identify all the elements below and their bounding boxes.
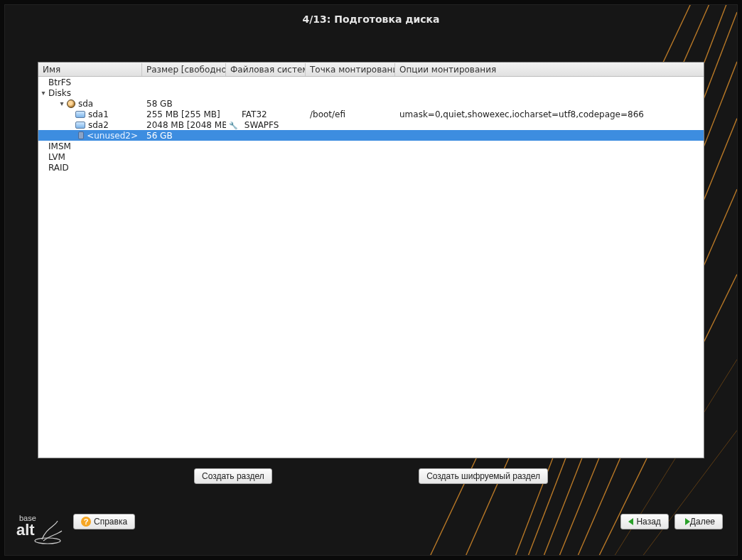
tree-node-btrfs[interactable]: BtrFS <box>38 77 704 87</box>
arrow-right-icon <box>685 518 690 525</box>
size: 2048 MB [2048 MB] <box>142 120 226 130</box>
back-label: Назад <box>636 517 660 527</box>
tree-node-imsm[interactable]: IMSM <box>38 141 704 151</box>
label: sda <box>78 99 93 109</box>
create-encrypted-partition-button[interactable]: Создать шифруемый раздел <box>419 468 548 484</box>
col-size[interactable]: Размер [свободно] <box>142 63 226 76</box>
svg-text:alt: alt <box>16 521 35 539</box>
tree-node-lvm[interactable]: LVM <box>38 151 704 162</box>
col-mount[interactable]: Точка монтирования <box>306 63 395 76</box>
create-partition-button[interactable]: Создать раздел <box>194 468 272 484</box>
label: BtrFS <box>48 77 71 87</box>
label: LVM <box>48 152 65 162</box>
col-fs[interactable]: Файловая система <box>226 63 306 76</box>
fs: FAT32 <box>226 109 306 119</box>
svg-point-2 <box>35 538 60 544</box>
label: IMSM <box>48 141 71 151</box>
back-button[interactable]: Назад <box>620 514 668 529</box>
tree-node-sda1[interactable]: sda1 255 MB [255 MB] FAT32 /boot/efi uma… <box>38 109 704 119</box>
help-icon: ? <box>81 517 91 527</box>
arrow-left-icon <box>628 518 633 525</box>
help-label: Справка <box>94 517 127 527</box>
page-title: 4/13: Подготовка диска <box>5 5 737 31</box>
collapse-icon[interactable]: ▾ <box>40 89 47 97</box>
size: 58 GB <box>142 99 226 109</box>
partition-icon <box>75 111 85 118</box>
label: sda1 <box>88 109 109 119</box>
size: 255 MB [255 MB] <box>142 109 226 119</box>
col-opts[interactable]: Опции монтирования <box>395 63 704 76</box>
tree-body: BtrFS ▾ Disks ▾ sda 58 GB sda1 <box>38 77 704 173</box>
size: 56 GB <box>142 131 226 141</box>
col-name[interactable]: Имя <box>38 63 142 76</box>
partition-icon <box>75 122 85 129</box>
tree-header: Имя Размер [свободно] Файловая система Т… <box>38 63 704 77</box>
label: RAID <box>48 163 69 173</box>
next-button[interactable]: Далее <box>674 514 723 529</box>
label: <unused2> <box>87 131 138 141</box>
help-button[interactable]: ? Справка <box>73 514 135 529</box>
tree-node-sda2[interactable]: sda2 2048 MB [2048 MB] 🔧 SWAPFS <box>38 119 704 130</box>
disk-icon <box>67 99 75 108</box>
mount: /boot/efi <box>306 109 395 119</box>
label: Disks <box>48 88 71 98</box>
basealt-logo: base alt <box>15 511 66 545</box>
key-icon: 🔧 <box>229 122 239 129</box>
collapse-icon[interactable]: ▾ <box>58 99 65 107</box>
fs: 🔧 SWAPFS <box>226 120 306 130</box>
tree-node-raid[interactable]: RAID <box>38 162 704 173</box>
next-label: Далее <box>690 517 715 527</box>
tree-node-sda[interactable]: ▾ sda 58 GB <box>38 98 704 109</box>
tree-node-unused[interactable]: <unused2> 56 GB <box>38 130 704 141</box>
opts: umask=0,quiet,showexec,iocharset=utf8,co… <box>395 109 704 119</box>
label: sda2 <box>88 120 109 130</box>
partition-panel: Имя Размер [свободно] Файловая система Т… <box>38 62 704 458</box>
tree-node-disks[interactable]: ▾ Disks <box>38 87 704 98</box>
unused-icon <box>78 131 84 139</box>
